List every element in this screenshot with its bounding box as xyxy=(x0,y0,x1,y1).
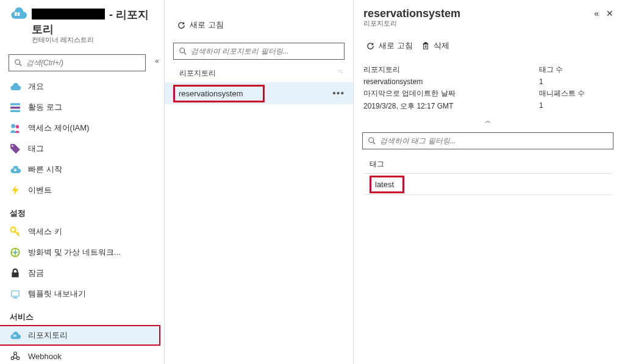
svg-point-9 xyxy=(12,145,13,147)
nav-overview[interactable]: 개요 xyxy=(0,76,160,97)
left-panel: - 리포지토리 컨테이너 레지스트리 « 개요 활동 로그 액세스 제어(IAM… xyxy=(0,0,165,364)
refresh-label: 새로 고침 xyxy=(190,20,224,30)
repo-col-header[interactable]: 리포지토리 xyxy=(174,68,216,79)
nav-label: 개요 xyxy=(28,81,44,92)
lock-icon xyxy=(10,268,21,279)
label-tagcount: 태그 수 xyxy=(539,65,612,75)
section-services: 서비스 xyxy=(0,304,160,325)
svg-rect-14 xyxy=(12,273,18,277)
svg-line-3 xyxy=(20,64,22,66)
refresh-label: 새로 고침 xyxy=(379,40,413,51)
nav-activity-log[interactable]: 활동 로그 xyxy=(0,97,160,118)
svg-rect-4 xyxy=(10,103,20,105)
svg-line-28 xyxy=(373,142,376,145)
nav-label: 활동 로그 xyxy=(28,102,62,113)
tag-search[interactable] xyxy=(362,132,613,149)
search-icon xyxy=(14,59,23,67)
repo-search-input[interactable] xyxy=(191,47,339,55)
trash-icon xyxy=(421,41,430,50)
nav-label: 액세스 키 xyxy=(28,226,62,237)
delete-label: 삭제 xyxy=(434,40,449,51)
nav-firewall[interactable]: 방화벽 및 가상 네트워크... xyxy=(0,242,160,263)
svg-rect-5 xyxy=(10,107,20,109)
log-icon xyxy=(10,102,21,113)
mid-toolbar: 새로 고침 xyxy=(165,12,353,38)
detail-title: reservationsystem xyxy=(363,7,612,20)
left-header: - 리포지토리 컨테이너 레지스트리 xyxy=(0,0,164,49)
key-icon xyxy=(10,226,21,237)
collapse-icon[interactable]: « xyxy=(155,57,159,65)
nav-locks[interactable]: 잠금 xyxy=(0,263,160,284)
refresh-button[interactable]: 새로 고침 xyxy=(363,39,415,52)
nav-webhook[interactable]: Webhook xyxy=(0,346,160,364)
svg-point-2 xyxy=(15,60,20,65)
svg-point-24 xyxy=(180,48,185,53)
search-icon xyxy=(368,137,376,145)
quickstart-icon xyxy=(10,164,21,175)
overview-icon xyxy=(10,81,21,92)
svg-rect-1 xyxy=(18,12,20,16)
svg-point-27 xyxy=(369,138,374,143)
export-icon xyxy=(10,288,21,299)
svg-rect-18 xyxy=(13,335,15,337)
tag-name: latest xyxy=(370,176,404,193)
nav-label: 액세스 제어(IAM) xyxy=(28,123,89,134)
refresh-icon xyxy=(177,21,186,30)
nav-iam[interactable]: 액세스 제어(IAM) xyxy=(0,118,160,138)
mid-panel: « ✕ 새로 고침 리포지토리 ↑↓ reservationsystem ••• xyxy=(165,0,354,364)
firewall-icon xyxy=(10,247,21,258)
nav-tags[interactable]: 태그 xyxy=(0,138,160,159)
tag-list: 태그 latest xyxy=(354,154,622,195)
nav-label: 잠금 xyxy=(28,268,44,279)
events-icon xyxy=(10,185,21,196)
right-header: reservationsystem 리포지토리 xyxy=(354,0,622,33)
sort-icon[interactable]: ↑↓ xyxy=(338,68,343,79)
row-menu-icon[interactable]: ••• xyxy=(332,88,345,99)
refresh-icon xyxy=(366,41,375,51)
svg-point-13 xyxy=(14,251,17,254)
right-panel: reservationsystem 리포지토리 새로 고침 삭제 리포지토리 태… xyxy=(354,0,622,364)
mid-header: « ✕ xyxy=(165,0,353,12)
label-updated: 마지막으로 업데이트한 날짜 xyxy=(363,88,539,99)
collapse-up-icon[interactable]: ︽ xyxy=(354,114,622,127)
redacted-name xyxy=(32,9,105,20)
tag-search-input[interactable] xyxy=(380,137,608,145)
section-settings: 설정 xyxy=(0,201,160,221)
nav-access-keys[interactable]: 액세스 키 xyxy=(0,221,160,242)
menu-search[interactable] xyxy=(9,54,146,71)
nav-label: 방화벽 및 가상 네트워크... xyxy=(28,247,121,258)
svg-rect-16 xyxy=(12,291,18,296)
repo-search[interactable] xyxy=(173,43,345,60)
refresh-button[interactable]: 새로 고침 xyxy=(174,18,226,32)
svg-rect-6 xyxy=(10,110,20,112)
repo-list-header: 리포지토리 ↑↓ xyxy=(165,65,353,82)
nav-repositories[interactable]: 리포지토리 xyxy=(0,325,160,346)
svg-rect-0 xyxy=(15,12,16,16)
svg-rect-19 xyxy=(15,335,16,337)
iam-icon xyxy=(10,123,21,134)
webhook-icon xyxy=(10,351,21,362)
right-toolbar: 새로 고침 삭제 xyxy=(354,33,622,59)
details-grid: 리포지토리 태그 수 reservationsystem 1 마지막으로 업데이… xyxy=(354,59,622,114)
detail-subtitle: 리포지토리 xyxy=(363,19,612,28)
svg-rect-17 xyxy=(13,298,18,299)
delete-button[interactable]: 삭제 xyxy=(419,39,452,52)
nav-label: 빠른 시작 xyxy=(28,164,62,175)
val-repo: reservationsystem xyxy=(363,77,539,86)
tag-row[interactable]: latest xyxy=(363,173,612,195)
menu-search-input[interactable] xyxy=(26,59,140,67)
nav-label: Webhook xyxy=(28,352,62,361)
svg-point-7 xyxy=(11,124,15,128)
nav-menu: 개요 활동 로그 액세스 제어(IAM) 태그 빠른 시작 이벤트 설정 액세스… xyxy=(0,76,164,364)
nav-label: 리포지토리 xyxy=(28,330,68,341)
repo-row[interactable]: reservationsystem ••• xyxy=(165,82,353,104)
nav-quickstart[interactable]: 빠른 시작 xyxy=(0,159,160,180)
nav-events[interactable]: 이벤트 xyxy=(0,180,160,201)
nav-label: 템플릿 내보내기 xyxy=(28,288,86,299)
search-icon xyxy=(179,47,187,55)
nav-label: 이벤트 xyxy=(28,185,52,196)
resource-title: - 리포지토리 xyxy=(10,7,154,37)
tag-icon xyxy=(10,143,21,154)
nav-export-template[interactable]: 템플릿 내보내기 xyxy=(0,284,160,304)
tag-col-header[interactable]: 태그 xyxy=(363,154,612,173)
